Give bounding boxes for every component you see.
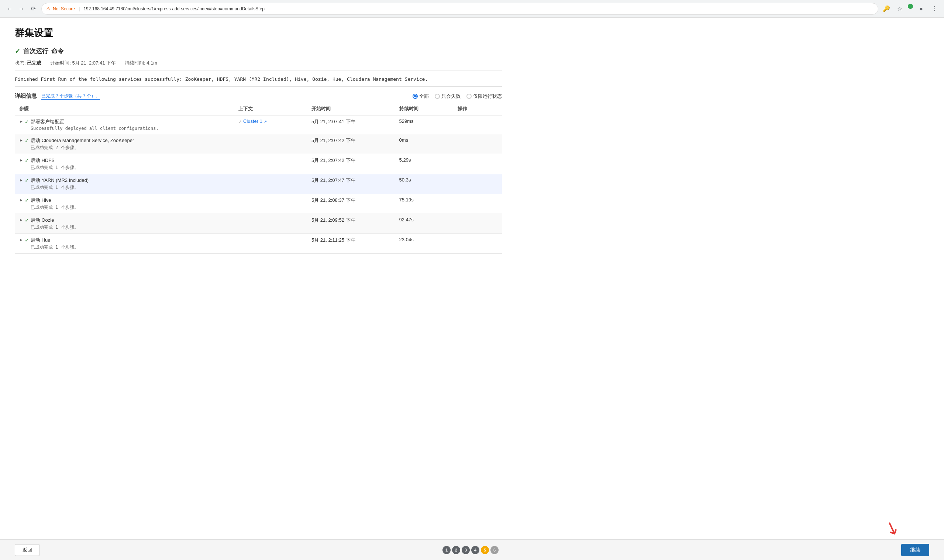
nav-buttons: ← → ⟳ <box>5 4 38 14</box>
status-row: 状态: 已完成 开始时间: 5月 21, 2:07:41 下午 持续时间: 4.… <box>15 60 502 66</box>
context-cell: ➚Cluster 1 ↗ <box>234 115 307 134</box>
step-check-icon: ✓ <box>25 217 29 223</box>
start-time-cell: 5月 21, 2:07:42 下午 <box>307 154 395 174</box>
address-bar[interactable]: ⚠ Not Secure | 192.168.164.49:7180/cmf/c… <box>42 3 878 15</box>
expand-icon[interactable]: ► <box>19 238 23 242</box>
step-check-icon: ✓ <box>25 237 29 243</box>
back-nav-button[interactable]: ← <box>5 4 15 14</box>
col-action: 操作 <box>453 103 502 115</box>
section-title-prefix: 首次运行 <box>23 47 48 55</box>
step-name: 部署客户端配置 <box>31 118 159 125</box>
key-icon[interactable]: 🔑 <box>881 4 892 14</box>
start-time-cell: 5月 21, 2:11:25 下午 <box>307 234 395 254</box>
expand-icon[interactable]: ► <box>19 138 23 142</box>
detail-header: 详细信息 已完成 7 个步骤（共 7 个）。 全部 只会失败 仅限运行状态 <box>15 92 502 100</box>
filter-fail-option[interactable]: 只会失败 <box>435 93 460 100</box>
context-cell <box>234 234 307 254</box>
filter-all-label: 全部 <box>419 93 429 100</box>
col-context: 上下文 <box>234 103 307 115</box>
action-cell <box>453 154 502 174</box>
start-time-cell: 5月 21, 2:07:41 下午 <box>307 115 395 134</box>
page-title: 群集设置 <box>15 26 502 40</box>
step-cell: ► ✓ 启动 Oozie 已成功完成 1 个步骤。 <box>15 214 234 234</box>
filter-running-radio[interactable] <box>467 94 472 99</box>
step-name: 启动 HDFS <box>31 157 79 164</box>
action-cell <box>453 194 502 214</box>
action-cell <box>453 134 502 154</box>
step-sub: 已成功完成 1 个步骤。 <box>31 165 79 171</box>
detail-title: 详细信息 <box>15 92 37 100</box>
star-icon[interactable]: ☆ <box>895 4 905 14</box>
col-duration: 持续时间 <box>395 103 453 115</box>
success-check-icon: ✓ <box>15 47 20 55</box>
action-cell <box>453 174 502 194</box>
table-row: ► ✓ 启动 YARN (MR2 Included) 已成功完成 1 个步骤。 … <box>15 174 502 194</box>
expand-icon[interactable]: ► <box>19 218 23 222</box>
status-value: 已完成 <box>27 60 42 66</box>
context-cell <box>234 214 307 234</box>
step-check-icon: ✓ <box>25 119 29 125</box>
duration-cell: 529ms <box>395 115 453 134</box>
forward-nav-button[interactable]: → <box>16 4 26 14</box>
chrome-actions: 🔑 ☆ ● ⋮ <box>881 4 939 14</box>
separator: | <box>79 6 80 11</box>
step-name: 启动 Oozie <box>31 217 79 223</box>
expand-icon[interactable]: ► <box>19 178 23 182</box>
menu-icon[interactable]: ⋮ <box>929 4 939 14</box>
duration-value: 4.1m <box>146 60 157 66</box>
section-header: ✓ 首次运行 命令 <box>15 47 502 55</box>
filter-running-label: 仅限运行状态 <box>473 93 502 100</box>
start-time-cell: 5月 21, 2:07:42 下午 <box>307 134 395 154</box>
reload-button[interactable]: ⟳ <box>28 4 38 14</box>
step-cell: ► ✓ 启动 Hue 已成功完成 1 个步骤。 <box>15 234 234 254</box>
profile-dot[interactable] <box>908 4 913 9</box>
steps-table: 步骤 上下文 开始时间 持续时间 操作 ► ✓ 部署客户端配置 Successf… <box>15 103 502 254</box>
step-sub: 已成功完成 2 个步骤。 <box>31 145 134 151</box>
start-time-cell: 5月 21, 2:09:52 下午 <box>307 214 395 234</box>
status-label: 状态: <box>15 60 26 66</box>
step-cell: ► ✓ 启动 Cloudera Management Service, ZooK… <box>15 134 234 154</box>
table-body: ► ✓ 部署客户端配置 Successfully deployed all cl… <box>15 115 502 254</box>
step-name: 启动 Cloudera Management Service, ZooKeepe… <box>31 137 134 144</box>
duration-cell: 0ms <box>395 134 453 154</box>
filter-all-option[interactable]: 全部 <box>413 93 429 100</box>
filter-fail-radio[interactable] <box>435 94 440 99</box>
step-sub: Successfully deployed all client configu… <box>31 126 159 131</box>
table-row: ► ✓ 启动 HDFS 已成功完成 1 个步骤。 5月 21, 2:07:42 … <box>15 154 502 174</box>
step-sub: 已成功完成 1 个步骤。 <box>31 224 79 231</box>
steps-completed: 已完成 7 个步骤（共 7 个）。 <box>42 93 100 100</box>
browser-chrome: ← → ⟳ ⚠ Not Secure | 192.168.164.49:7180… <box>0 0 944 18</box>
step-name: 启动 YARN (MR2 Included) <box>31 177 89 184</box>
col-start: 开始时间 <box>307 103 395 115</box>
expand-icon[interactable]: ► <box>19 119 23 123</box>
step-name: 启动 Hive <box>31 197 79 204</box>
duration-cell: 50.3s <box>395 174 453 194</box>
start-value: 5月 21, 2:07:41 下午 <box>72 60 116 66</box>
success-message: Finished First Run of the following serv… <box>15 76 502 87</box>
start-time-cell: 5月 21, 2:08:37 下午 <box>307 194 395 214</box>
section-title-suffix: 命令 <box>51 47 64 55</box>
not-secure-label: Not Secure <box>53 6 75 11</box>
step-sub: 已成功完成 1 个步骤。 <box>31 244 79 251</box>
start-time-cell: 5月 21, 2:07:47 下午 <box>307 174 395 194</box>
step-check-icon: ✓ <box>25 177 29 183</box>
open-icon: ➚ <box>239 119 242 123</box>
action-cell <box>453 234 502 254</box>
table-row: ► ✓ 启动 Hive 已成功完成 1 个步骤。 5月 21, 2:08:37 … <box>15 194 502 214</box>
table-row: ► ✓ 启动 Oozie 已成功完成 1 个步骤。 5月 21, 2:09:52… <box>15 214 502 234</box>
filter-all-radio[interactable] <box>413 94 418 99</box>
expand-icon[interactable]: ► <box>19 198 23 202</box>
context-cell <box>234 154 307 174</box>
step-check-icon: ✓ <box>25 157 29 163</box>
col-step: 步骤 <box>15 103 234 115</box>
filter-fail-label: 只会失败 <box>441 93 460 100</box>
duration-cell: 23.04s <box>395 234 453 254</box>
cluster-link[interactable]: Cluster 1 ↗ <box>243 118 267 124</box>
filter-running-option[interactable]: 仅限运行状态 <box>467 93 502 100</box>
duration-cell: 92.47s <box>395 214 453 234</box>
table-row: ► ✓ 部署客户端配置 Successfully deployed all cl… <box>15 115 502 134</box>
profile-icon[interactable]: ● <box>916 4 926 14</box>
expand-icon[interactable]: ► <box>19 158 23 162</box>
url-text: 192.168.164.49:7180/cmf/clusters/1/expre… <box>83 6 265 11</box>
duration-cell: 5.29s <box>395 154 453 174</box>
